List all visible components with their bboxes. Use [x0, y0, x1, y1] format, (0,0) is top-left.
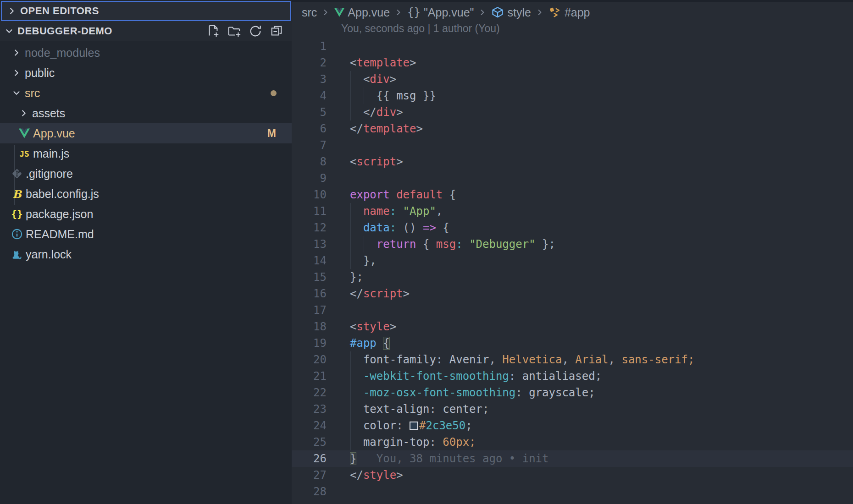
color-swatch[interactable] — [410, 422, 418, 430]
line-number[interactable]: 21 — [292, 370, 327, 383]
line-number[interactable]: 10 — [292, 188, 327, 201]
line-number[interactable]: 27 — [292, 469, 327, 482]
line-number[interactable]: 20 — [292, 353, 327, 366]
tree-item-.gitignore[interactable]: .gitignore — [0, 164, 292, 184]
tree-item-yarn.lock[interactable]: yarn.lock — [0, 244, 292, 264]
line-number[interactable]: 3 — [292, 73, 327, 86]
code-line-content: </script> — [350, 285, 410, 302]
code-line-3[interactable]: 3 <div> — [292, 71, 853, 88]
code-line-13[interactable]: 13 return { msg: "Debugger" }; — [292, 236, 853, 252]
breadcrumb-item-app[interactable]: #app — [548, 6, 590, 19]
tree-item-babel.config.js[interactable]: Bbabel.config.js — [0, 184, 292, 204]
line-number[interactable]: 13 — [292, 238, 327, 251]
new-folder-button[interactable] — [227, 24, 241, 38]
line-number[interactable]: 18 — [292, 320, 327, 333]
code-line-1[interactable]: 1 — [292, 38, 853, 55]
code-line-18[interactable]: 18<style> — [292, 318, 853, 335]
code-line-24[interactable]: 24 color: #2c3e50; — [292, 417, 853, 434]
folder-section-header[interactable]: DEBUGGER-DEMO — [0, 21, 292, 41]
line-number[interactable]: 17 — [292, 304, 327, 317]
code-line-7[interactable]: 7 — [292, 137, 853, 153]
file-tree: node_modulespublicsrcassetsApp.vueMJSmai… — [0, 43, 292, 264]
code-line-10[interactable]: 10export default { — [292, 186, 853, 203]
new-file-button[interactable] — [206, 24, 220, 38]
code-line-23[interactable]: 23 text-align: center; — [292, 401, 853, 417]
code-line-4[interactable]: 4 {{ msg }} — [292, 88, 853, 104]
line-number[interactable]: 23 — [292, 403, 327, 416]
tree-item-README.md[interactable]: README.md — [0, 224, 292, 244]
refresh-button[interactable] — [249, 24, 262, 38]
line-number[interactable]: 22 — [292, 386, 327, 399]
code-line-16[interactable]: 16</script> — [292, 285, 853, 302]
indent-guide — [364, 88, 364, 104]
code-line-20[interactable]: 20 font-family: Avenir, Helvetica, Arial… — [292, 351, 853, 368]
line-number[interactable]: 4 — [292, 89, 327, 102]
code-line-2[interactable]: 2<template> — [292, 55, 853, 71]
tree-item-package.json[interactable]: {}package.json — [0, 204, 292, 224]
indent-guide — [350, 434, 351, 450]
tree-item-main.js[interactable]: JSmain.js — [0, 143, 292, 164]
tree-item-public[interactable]: public — [0, 63, 292, 83]
js-file-icon: JS — [18, 148, 30, 159]
line-number[interactable]: 12 — [292, 221, 327, 234]
code-line-19[interactable]: 19#app { — [292, 335, 853, 351]
tree-item-node_modules[interactable]: node_modules — [0, 43, 292, 63]
line-number[interactable]: 15 — [292, 271, 327, 284]
indent-guide — [364, 236, 364, 252]
code-line-21[interactable]: 21 -webkit-font-smoothing: antialiased; — [292, 368, 853, 384]
line-number[interactable]: 24 — [292, 419, 327, 432]
line-number[interactable]: 5 — [292, 106, 327, 119]
code-line-28[interactable]: 28 — [292, 483, 853, 500]
code-line-22[interactable]: 22 -moz-osx-font-smoothing: grayscale; — [292, 384, 853, 401]
code-line-9[interactable]: 9 — [292, 170, 853, 186]
line-number[interactable]: 7 — [292, 139, 327, 152]
collapse-all-button[interactable] — [270, 24, 283, 38]
breadcrumb-item-src[interactable]: src — [302, 6, 317, 19]
line-number[interactable]: 28 — [292, 485, 327, 498]
code-line-content: }You, 38 minutes ago • init — [350, 450, 548, 467]
code-line-content: font-family: Avenir, Helvetica, Arial, s… — [350, 351, 694, 368]
open-editors-header[interactable]: OPEN EDITORS — [1, 1, 291, 21]
breadcrumb-item-app-vue[interactable]: {}"App.vue" — [407, 6, 474, 19]
code-line-6[interactable]: 6</template> — [292, 121, 853, 137]
line-number[interactable]: 16 — [292, 287, 327, 300]
code-line-5[interactable]: 5 </div> — [292, 104, 853, 121]
code-line-25[interactable]: 25 margin-top: 60px; — [292, 434, 853, 450]
tree-item-src[interactable]: src — [0, 83, 292, 103]
tree-item-label: src — [25, 87, 40, 100]
codelens-text: You, seconds ago | 1 author (You) — [341, 22, 500, 35]
indent-guide — [350, 401, 351, 417]
indent-guide — [350, 219, 351, 236]
code-line-27[interactable]: 27</style> — [292, 467, 853, 483]
code-line-11[interactable]: 11 name: "App", — [292, 203, 853, 219]
line-number[interactable]: 19 — [292, 337, 327, 350]
code-editor[interactable]: 12<template>3 <div>4 {{ msg }}5 </div>6<… — [292, 38, 853, 500]
tree-item-assets[interactable]: assets — [0, 103, 292, 123]
line-number[interactable]: 11 — [292, 205, 327, 218]
code-line-8[interactable]: 8<script> — [292, 153, 853, 170]
breadcrumb-item-app-vue[interactable]: App.vue — [334, 6, 390, 19]
line-number[interactable]: 9 — [292, 172, 327, 185]
breadcrumb-item-style[interactable]: style — [491, 6, 531, 19]
line-number[interactable]: 2 — [292, 56, 327, 69]
breadcrumb-label: style — [507, 6, 531, 19]
tree-item-label: yarn.lock — [26, 248, 72, 261]
code-line-14[interactable]: 14 }, — [292, 252, 853, 269]
line-number[interactable]: 25 — [292, 436, 327, 449]
explorer-actions — [206, 24, 283, 38]
code-line-15[interactable]: 15}; — [292, 269, 853, 285]
line-number[interactable]: 1 — [292, 40, 327, 53]
tree-item-App.vue[interactable]: App.vueM — [0, 123, 292, 143]
line-number[interactable]: 26 — [292, 452, 327, 465]
code-line-17[interactable]: 17 — [292, 302, 853, 318]
gitlens-authors-codelens[interactable]: You, seconds ago | 1 author (You) — [292, 22, 853, 38]
tree-item-label: assets — [32, 107, 65, 120]
line-number[interactable]: 8 — [292, 155, 327, 168]
line-number[interactable]: 6 — [292, 122, 327, 135]
code-line-12[interactable]: 12 data: () => { — [292, 219, 853, 236]
line-number[interactable]: 14 — [292, 254, 327, 267]
modified-children-badge — [271, 90, 277, 96]
indent-guide — [350, 203, 351, 219]
code-line-26[interactable]: 26}You, 38 minutes ago • init — [292, 450, 853, 467]
tree-item-label: public — [25, 66, 55, 80]
